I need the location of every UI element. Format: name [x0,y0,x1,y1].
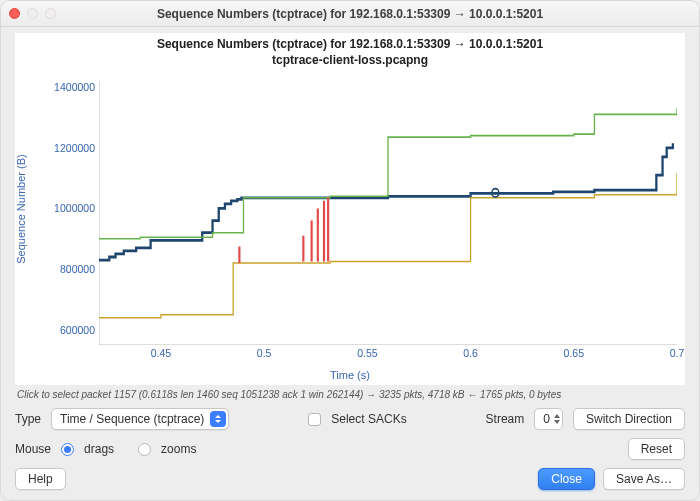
chart-title: Sequence Numbers (tcptrace) for 192.168.… [15,33,685,51]
stream-value: 0 [543,412,550,426]
x-tick-label: 0.7 [670,347,685,359]
status-line: Click to select packet 1157 (0.6118s len… [15,385,685,408]
chart-subtitle: tcptrace-client-loss.pcapng [15,51,685,71]
y-axis-label: Sequence Number (B) [15,154,27,263]
x-tick-label: 0.45 [151,347,171,359]
y-ticks: 600000800000100000012000001400000 [55,81,99,345]
x-tick-label: 0.65 [564,347,584,359]
mouse-label: Mouse [15,442,51,456]
minimize-icon[interactable] [27,8,38,19]
switch-direction-button[interactable]: Switch Direction [573,408,685,430]
chevron-updown-icon [210,411,226,427]
x-axis-label: Time (s) [15,369,685,381]
type-label: Type [15,412,41,426]
window-title: Sequence Numbers (tcptrace) for 192.168.… [1,7,699,21]
y-tick-label: 1400000 [47,81,95,93]
y-tick-label: 600000 [47,324,95,336]
y-tick-label: 1200000 [47,142,95,154]
save-as-button[interactable]: Save As… [603,468,685,490]
zoom-icon[interactable] [45,8,56,19]
window-controls [9,8,56,19]
mouse-zooms-radio[interactable] [138,443,151,456]
help-button[interactable]: Help [15,468,66,490]
y-tick-label: 1000000 [47,202,95,214]
close-button[interactable]: Close [538,468,595,490]
select-sacks-checkbox[interactable] [308,413,321,426]
mouse-drags-radio[interactable] [61,443,74,456]
mouse-drags-label: drags [84,442,114,456]
chart-area[interactable]: Sequence Numbers (tcptrace) for 192.168.… [15,33,685,385]
stream-stepper[interactable]: 0 [534,408,563,430]
x-ticks: 0.450.50.550.60.650.7 [99,347,677,363]
plot-svg[interactable] [99,81,677,345]
plot-canvas[interactable] [99,81,677,345]
x-tick-label: 0.6 [463,347,478,359]
x-tick-label: 0.5 [257,347,272,359]
mouse-zooms-label: zooms [161,442,196,456]
type-select-value: Time / Sequence (tcptrace) [60,412,204,426]
stream-label: Stream [486,412,525,426]
reset-button[interactable]: Reset [628,438,685,460]
select-sacks-label: Select SACKs [331,412,406,426]
close-icon[interactable] [9,8,20,19]
y-tick-label: 800000 [47,263,95,275]
type-select[interactable]: Time / Sequence (tcptrace) [51,408,229,430]
x-tick-label: 0.55 [357,347,377,359]
titlebar: Sequence Numbers (tcptrace) for 192.168.… [1,1,699,27]
